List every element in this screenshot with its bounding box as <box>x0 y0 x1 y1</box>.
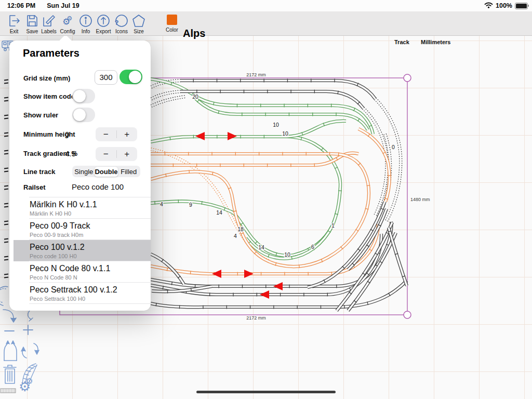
color-button[interactable]: Color <box>162 15 182 33</box>
clipped-track-icon[interactable] <box>4 184 9 193</box>
ruler-icon[interactable] <box>0 387 17 396</box>
clock: 12:06 PM <box>7 2 35 9</box>
railset-row[interactable]: Märlkin K H0 v.1.1 Märklin K H0 H0 <box>9 197 151 219</box>
popover-title: Parameters <box>23 47 79 59</box>
show-ruler-toggle[interactable] <box>72 108 95 122</box>
wifi-icon <box>484 2 493 10</box>
labels-icon <box>41 13 57 29</box>
clipped-track-icon[interactable] <box>4 96 9 105</box>
delete-icon[interactable] <box>2 363 21 389</box>
clipped-track-icon[interactable] <box>4 131 9 140</box>
segment-filled[interactable]: Filled <box>118 167 140 177</box>
minus-button[interactable]: − <box>96 148 116 161</box>
size-icon <box>131 13 147 29</box>
segment-double[interactable]: Double <box>95 167 117 177</box>
show-ruler-label: Show ruler <box>23 111 58 119</box>
line-track-label: Line track <box>23 168 55 176</box>
battery-percent: 100% <box>496 2 512 9</box>
track-gradient-value: 4.5 <box>65 149 76 158</box>
minimum-height-stepper: − + <box>96 127 137 141</box>
railset-row[interactable]: Peco N Code 80 v.1.1 Peco N Code 80 N <box>9 261 151 283</box>
line-track-segmented-control: SingleDoubleFilled <box>72 166 140 177</box>
plus-button[interactable]: + <box>117 148 138 161</box>
grid-size-field[interactable]: 300 <box>95 70 117 85</box>
grid-size-toggle[interactable] <box>119 70 142 84</box>
railset-label: Railset <box>23 183 46 191</box>
show-item-code-toggle[interactable] <box>72 89 95 103</box>
clipped-track-icon[interactable] <box>4 255 9 264</box>
units-label[interactable]: Millimeters <box>421 39 450 45</box>
toolbar: Exit Save Labels⚙⚙ Config Info Export? I… <box>0 11 532 36</box>
status-bar: 12:06 PM Sun Jul 19 100% <box>0 0 532 11</box>
plus-button[interactable]: + <box>117 128 138 141</box>
clipped-track-icon[interactable] <box>4 166 9 176</box>
parameters-popover: Parameters Grid size (mm) 300 Show item … <box>9 41 151 311</box>
clipped-track-icon[interactable] <box>4 113 9 123</box>
segment-single[interactable]: Single <box>73 167 95 177</box>
size-button[interactable]: Size <box>126 13 151 34</box>
grid-size-label: Grid size (mm) <box>23 74 70 82</box>
color-swatch[interactable] <box>167 15 177 25</box>
clipped-track-icon[interactable] <box>4 219 9 229</box>
config-icon: ⚙⚙ <box>62 13 73 29</box>
show-item-code-label: Show item code <box>23 92 75 100</box>
clipped-track-icon[interactable] <box>4 237 9 246</box>
railset-value: Peco code 100 <box>72 182 124 191</box>
settings-gears-icon[interactable]: ⚙⚙ <box>19 377 33 393</box>
railset-row[interactable]: Peco 00-9 Track Peco 00-9 track H0m <box>9 219 151 240</box>
date: Sun Jul 19 <box>47 2 79 9</box>
track-mode-label[interactable]: Track <box>394 39 409 45</box>
minimum-height-value: 0 <box>65 130 69 139</box>
track-gradient-stepper: − + <box>96 147 137 161</box>
railset-row[interactable]: Peco 100 v.1.2 Peco code 100 H0 <box>14 240 151 261</box>
color-label: Color <box>166 27 178 33</box>
separator <box>29 303 151 304</box>
split-track-icon[interactable] <box>1 340 20 366</box>
battery-icon <box>515 3 528 9</box>
minus-button[interactable]: − <box>96 128 116 141</box>
clipped-track-icon[interactable] <box>4 149 9 158</box>
railset-row[interactable]: Peco Settrack 100 v.1.2 Peco Settrack 10… <box>9 283 151 304</box>
clipped-track-icon[interactable] <box>4 202 9 211</box>
home-indicator[interactable] <box>196 391 336 393</box>
layout-title: Alps <box>183 28 205 39</box>
clipped-track-icon[interactable] <box>4 78 9 87</box>
clipped-track-icon[interactable] <box>4 272 9 282</box>
